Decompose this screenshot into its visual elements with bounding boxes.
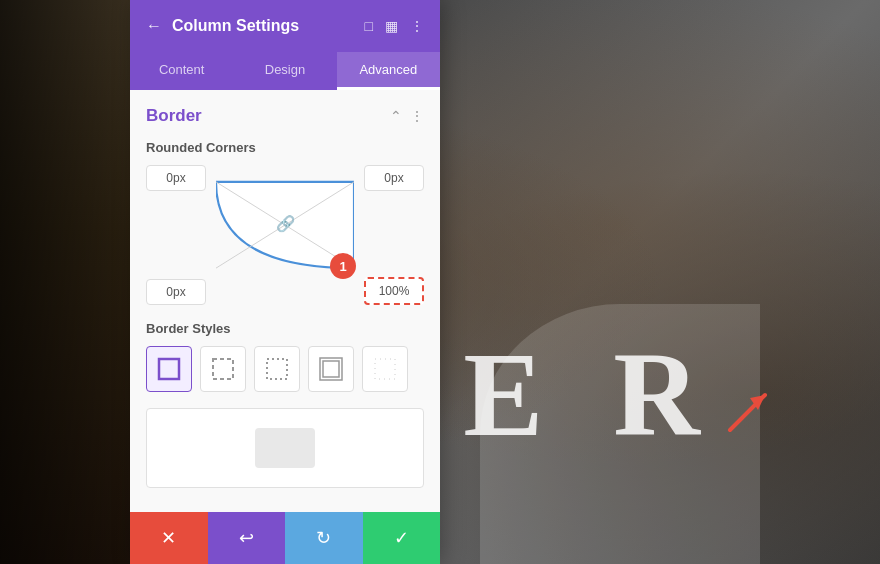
panel-content: Border ⌃ ⋮ Rounded Corners bbox=[130, 90, 440, 512]
border-style-dashed[interactable] bbox=[200, 346, 246, 392]
reset-button[interactable]: ↩ bbox=[208, 512, 286, 564]
color-preview-area[interactable] bbox=[146, 408, 424, 488]
border-style-none[interactable] bbox=[362, 346, 408, 392]
save-button[interactable]: ✓ bbox=[363, 512, 441, 564]
section-more-icon[interactable]: ⋮ bbox=[410, 108, 424, 124]
tabs-bar: Content Design Advanced bbox=[130, 52, 440, 90]
svg-text:🔗: 🔗 bbox=[276, 214, 296, 233]
svg-rect-5 bbox=[159, 359, 179, 379]
left-photo-area bbox=[0, 0, 140, 564]
red-arrow-icon bbox=[720, 380, 780, 440]
border-style-solid[interactable] bbox=[146, 346, 192, 392]
corners-container: 🔗 1 bbox=[146, 165, 424, 305]
border-section-title: Border bbox=[146, 106, 202, 126]
svg-rect-7 bbox=[267, 359, 287, 379]
border-style-double[interactable] bbox=[308, 346, 354, 392]
color-swatch bbox=[255, 428, 315, 468]
svg-rect-10 bbox=[375, 359, 395, 379]
border-styles-label: Border Styles bbox=[146, 321, 424, 336]
corner-bottom-right-input[interactable] bbox=[364, 277, 424, 305]
cancel-button[interactable]: ✕ bbox=[130, 512, 208, 564]
corner-bottom-right-area bbox=[364, 277, 424, 305]
border-section-icons: ⌃ ⋮ bbox=[390, 108, 424, 124]
rounded-corners-label: Rounded Corners bbox=[146, 140, 424, 155]
border-style-options bbox=[146, 346, 424, 392]
badge-indicator: 1 bbox=[330, 253, 356, 279]
panel-footer: ✕ ↩ ↻ ✓ bbox=[130, 512, 440, 564]
collapse-icon[interactable]: ⌃ bbox=[390, 108, 402, 124]
corner-top-left-input[interactable] bbox=[146, 165, 206, 191]
back-icon[interactable]: ← bbox=[146, 17, 162, 35]
corner-bottom-left-input[interactable] bbox=[146, 279, 206, 305]
header-left: ← Column Settings bbox=[146, 17, 299, 35]
svg-rect-9 bbox=[323, 361, 339, 377]
arrow-container bbox=[720, 380, 780, 444]
background-letters: E R bbox=[463, 326, 720, 464]
redo-button[interactable]: ↻ bbox=[285, 512, 363, 564]
tab-design[interactable]: Design bbox=[233, 52, 336, 90]
border-style-dotted[interactable] bbox=[254, 346, 300, 392]
panel-header: ← Column Settings □ ▦ ⋮ bbox=[130, 0, 440, 52]
corner-top-right-input[interactable] bbox=[364, 165, 424, 191]
tab-content[interactable]: Content bbox=[130, 52, 233, 90]
split-icon[interactable]: ▦ bbox=[385, 18, 398, 34]
header-icons: □ ▦ ⋮ bbox=[365, 18, 424, 34]
expand-icon[interactable]: □ bbox=[365, 18, 373, 34]
tab-advanced[interactable]: Advanced bbox=[337, 52, 440, 90]
more-icon[interactable]: ⋮ bbox=[410, 18, 424, 34]
border-section-header: Border ⌃ ⋮ bbox=[146, 106, 424, 126]
svg-rect-6 bbox=[213, 359, 233, 379]
panel-title: Column Settings bbox=[172, 17, 299, 35]
column-settings-panel: ← Column Settings □ ▦ ⋮ Content Design A… bbox=[130, 0, 440, 564]
